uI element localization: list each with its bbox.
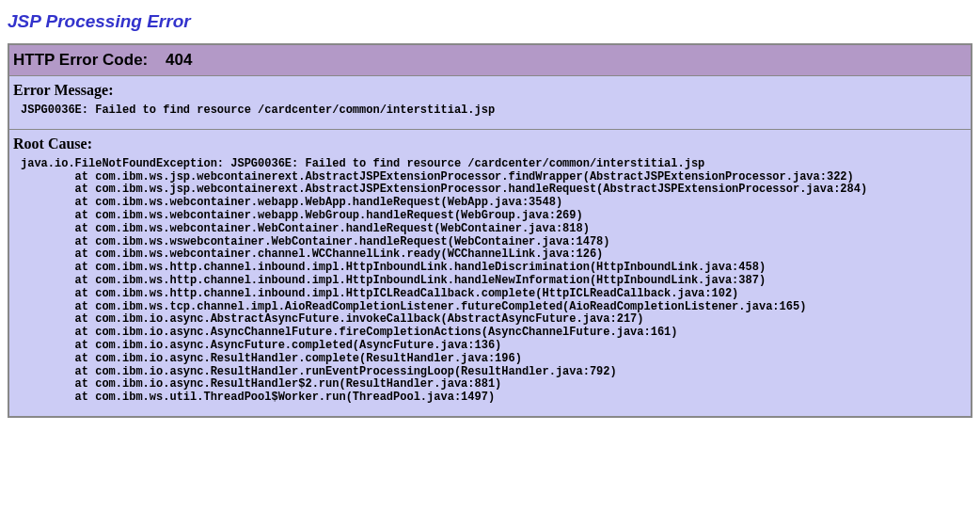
root-cause-heading: Root Cause:: [13, 136, 967, 152]
root-cause-text: java.io.FileNotFoundException: JSPG0036E…: [21, 158, 967, 405]
error-message-cell: Error Message: JSPG0036E: Failed to find…: [8, 76, 972, 130]
error-header-cell: HTTP Error Code: 404: [8, 44, 972, 76]
page-title: JSP Processing Error: [8, 11, 972, 32]
error-table: HTTP Error Code: 404 Error Message: JSPG…: [8, 43, 972, 418]
root-cause-cell: Root Cause: java.io.FileNotFoundExceptio…: [8, 129, 972, 417]
error-message-text: JSPG0036E: Failed to find resource /card…: [21, 104, 967, 118]
http-error-heading: HTTP Error Code: 404: [13, 51, 967, 70]
http-error-label: HTTP Error Code:: [13, 51, 148, 69]
error-message-heading: Error Message:: [13, 82, 967, 99]
http-error-code: 404: [166, 51, 192, 69]
